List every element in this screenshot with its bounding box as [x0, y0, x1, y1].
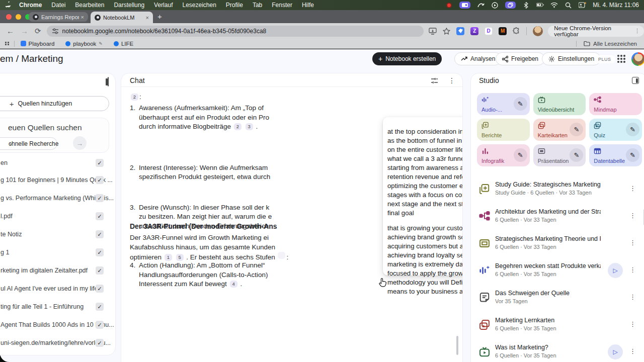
edit-pencil-icon[interactable]: ✎	[514, 148, 527, 162]
discover-submit-button[interactable]: →	[73, 136, 87, 150]
notebook-title[interactable]: em / Marketing	[0, 53, 63, 64]
source-checkbox[interactable]: ✓	[96, 339, 104, 347]
citation-chip[interactable]	[278, 252, 285, 259]
edit-pencil-icon[interactable]: ✎	[514, 97, 527, 111]
source-row[interactable]: g vs. Performance Marketing (Which is...…	[0, 190, 115, 207]
site-settings-icon[interactable]	[52, 28, 59, 35]
artifact-row[interactable]: Strategisches Marketing Theorie und Prax…	[471, 230, 644, 257]
tile-mindmap[interactable]: Mindmap	[589, 93, 642, 115]
antivirus-menu-icon[interactable]	[477, 2, 485, 9]
collapse-sources-icon[interactable]	[108, 77, 109, 86]
citation-chip[interactable]: 5	[176, 254, 184, 261]
search-mode-dropdown[interactable]: chnelle Recherche ⌄	[0, 137, 57, 150]
source-row[interactable]: rketing im digitalen Zeitalter.pdf✓	[0, 262, 115, 280]
citation-chip[interactable]: 1	[165, 254, 172, 261]
source-checkbox[interactable]: ✓	[96, 266, 104, 275]
row-menu-icon[interactable]: ⋮	[629, 293, 636, 301]
share-button[interactable]: Freigeben	[496, 52, 545, 65]
source-row[interactable]: uni-siegen.de/marketing/lehre/vorlesu...…	[0, 335, 115, 352]
extension-hourglass-icon[interactable]: Z	[470, 27, 478, 35]
back-button[interactable]: ←	[7, 27, 14, 35]
source-checkbox[interactable]: ✓	[96, 230, 104, 238]
screen-record-indicator-icon[interactable]	[445, 2, 453, 9]
tab-close-icon[interactable]: ×	[146, 15, 149, 21]
row-menu-icon[interactable]: ⋮	[629, 347, 636, 355]
menu-darstellung[interactable]: Darstellung	[114, 2, 144, 9]
source-row[interactable]: en✓	[0, 155, 115, 172]
apps-shortcut-icon[interactable]	[5, 42, 9, 46]
chrome-update-button[interactable]: Neue Chrome-Version verfügbar ⋮	[548, 26, 644, 37]
new-tab-button[interactable]: +	[157, 14, 162, 20]
play-button[interactable]: ▷	[608, 263, 623, 278]
citation-chip[interactable]: 2	[131, 94, 138, 101]
tile-audio-overview[interactable]: Audio-... ✎	[477, 93, 530, 115]
tune-icon[interactable]	[431, 77, 438, 84]
row-menu-icon[interactable]: ⋮	[629, 320, 636, 328]
bookmark-playboard[interactable]: Playboard	[21, 41, 55, 47]
apple-menu-icon[interactable]	[5, 2, 11, 9]
tile-reports[interactable]: Berichte	[477, 119, 530, 141]
screen-share-icon[interactable]	[459, 2, 470, 9]
source-checkbox[interactable]: ✓	[96, 285, 104, 293]
artifact-row[interactable]: Marketing Lernkarten 6 Quellen · Vor 35 …	[471, 311, 644, 338]
tab-notebooklm[interactable]: NotebookLM ×	[91, 12, 153, 23]
row-menu-icon[interactable]: ⋮	[629, 266, 636, 274]
wifi-icon[interactable]	[550, 2, 558, 9]
menu-datei[interactable]: Datei	[51, 2, 65, 9]
chat-menu-icon[interactable]: ⋮	[448, 76, 455, 84]
bookmark-life[interactable]: LIFE	[114, 41, 133, 47]
tile-infographic[interactable]: Infografik ✎	[477, 144, 530, 166]
tile-video-overview[interactable]: Videoübersicht	[533, 93, 586, 115]
spotlight-search-icon[interactable]	[565, 2, 572, 9]
edit-pencil-icon[interactable]: ✎	[626, 148, 639, 162]
source-row[interactable]: g 1✓	[0, 244, 115, 261]
extension-m-icon[interactable]: M	[499, 27, 507, 35]
menu-fenster[interactable]: Fenster	[272, 2, 292, 9]
menu-clock[interactable]: Mi. 4. März 11:06	[593, 2, 639, 9]
create-notebook-button[interactable]: + Notebook erstellen	[372, 52, 442, 65]
menu-lesezeichen[interactable]: Lesezeichen	[182, 2, 216, 9]
copy-stack-menu-icon[interactable]	[505, 2, 516, 9]
profile-avatar[interactable]	[533, 26, 543, 36]
bluetooth-icon[interactable]	[522, 2, 530, 9]
forward-button[interactable]: →	[21, 27, 28, 35]
user-switch-icon[interactable]	[579, 2, 586, 9]
minimize-window-button[interactable]	[16, 14, 21, 20]
chat-scrollbar[interactable]	[456, 336, 458, 355]
edit-pencil-icon[interactable]: ✎	[626, 123, 639, 136]
menu-verlauf[interactable]: Verlauf	[154, 2, 173, 9]
artifact-row[interactable]: Begehren wecken statt Produkte verkaufen…	[471, 257, 644, 284]
source-row[interactable]: ting für alle Teil 1 - Einführung✓	[0, 299, 115, 316]
source-checkbox[interactable]: ✓	[96, 212, 104, 220]
reload-button[interactable]: ⟳	[35, 27, 41, 36]
citation-chip[interactable]: 4	[230, 281, 237, 288]
artifact-row[interactable]: Architektur des Marketing und der Strate…	[471, 203, 644, 230]
tile-data-table[interactable]: Datentabelle ✎	[589, 144, 642, 166]
citation-chip[interactable]: 2	[234, 123, 242, 130]
menu-hilfe[interactable]: Hilfe	[302, 2, 314, 9]
source-checkbox[interactable]: ✓	[96, 159, 104, 167]
tab-earnings-reports[interactable]: Earnings Reports For Top 50 ×	[29, 12, 88, 22]
source-row[interactable]: g 101 for Beginners | 9 Minutes Quick ..…	[0, 172, 115, 189]
tab-close-icon[interactable]: ×	[81, 14, 84, 20]
play-circle-menu-icon[interactable]	[491, 2, 499, 9]
save-page-icon[interactable]	[429, 28, 437, 35]
account-avatar[interactable]	[631, 52, 644, 66]
add-sources-button[interactable]: + Quellen hinzufügen	[0, 96, 109, 111]
artifact-row[interactable]: Das Schweigen der Quelle Vor 35 Tagen ⋮	[471, 284, 644, 311]
collapse-studio-icon[interactable]	[632, 77, 639, 84]
source-row[interactable]: ul AI Agent I've ever used in my life✓	[0, 281, 115, 298]
tile-flashcards[interactable]: Karteikarten ✎	[533, 119, 586, 141]
all-bookmarks-button[interactable]: Alle Lesezeichen	[576, 41, 637, 47]
artifact-row[interactable]: Was ist Marketing? 6 Quellen · Vor 35 Ta…	[471, 338, 644, 362]
source-checkbox[interactable]: ✓	[96, 194, 104, 202]
source-checkbox[interactable]: ✓	[96, 321, 104, 329]
extension-d-icon[interactable]: D	[485, 27, 493, 35]
menu-profile[interactable]: Profile	[226, 2, 243, 9]
source-checkbox[interactable]: ✓	[96, 176, 104, 184]
close-window-button[interactable]	[6, 14, 12, 20]
tile-presentation[interactable]: Präsentation ✎	[533, 144, 586, 166]
play-button[interactable]: ▷	[608, 344, 623, 359]
bookmark-star-icon[interactable]	[443, 28, 450, 35]
google-apps-icon[interactable]	[617, 55, 625, 63]
